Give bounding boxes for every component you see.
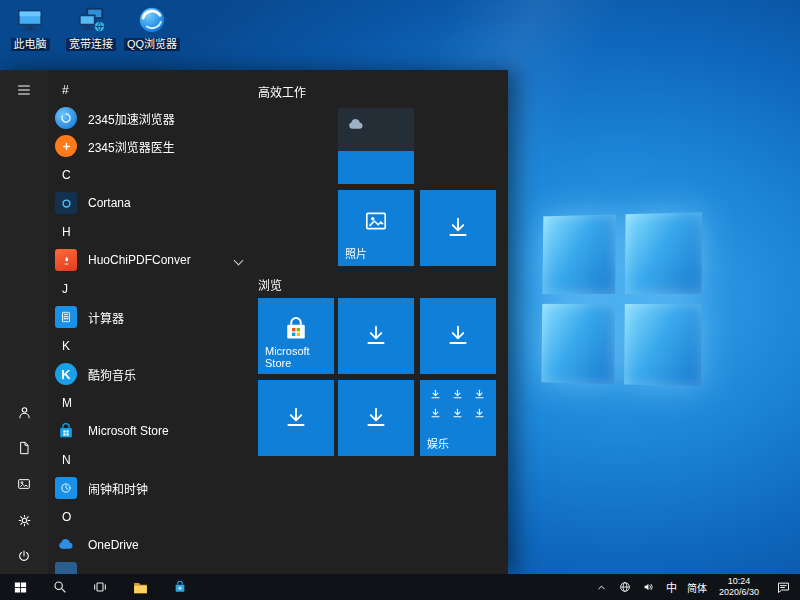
action-center-button[interactable] [766, 574, 800, 600]
hero-logo-pane [624, 304, 701, 386]
start-menu-app-list: # 2345加速浏览器 2345浏览器医生 C [48, 70, 258, 574]
pending-download-tile[interactable] [338, 298, 414, 374]
hidden-icons-button[interactable] [590, 574, 613, 600]
desktop-icon-broadband[interactable]: 宽带连接 [61, 4, 121, 51]
start-button[interactable] [0, 574, 40, 600]
app-item-alarms-clock[interactable]: 闹钟和时钟 [48, 474, 258, 502]
pending-download-tile[interactable] [258, 380, 334, 456]
document-icon [16, 440, 32, 456]
settings-button[interactable] [0, 502, 48, 538]
power-icon [16, 548, 32, 564]
desktop-icon-this-pc[interactable]: 此电脑 [0, 4, 60, 51]
2345-doctor-icon [53, 133, 79, 159]
date-label: 2020/6/30 [719, 587, 759, 598]
app-list-section-header[interactable]: N [48, 445, 258, 474]
entertainment-folder-tile[interactable]: 娱乐 [420, 380, 496, 456]
power-button[interactable] [0, 538, 48, 574]
expand-menu-button[interactable] [0, 70, 48, 110]
system-tray: 中 简体 10:24 2020/6/30 [590, 574, 800, 600]
qq-browser-icon [136, 4, 168, 36]
download-icon [420, 190, 496, 266]
tile-label: Microsoft Store [265, 345, 334, 369]
app-list-section-header[interactable]: H [48, 217, 258, 246]
language-button[interactable]: 简体 [682, 574, 712, 600]
app-list-section-header[interactable]: C [48, 160, 258, 189]
app-item-2345-doctor[interactable]: 2345浏览器医生 [48, 132, 258, 160]
download-icon [338, 298, 414, 374]
app-list-section-header[interactable]: # [48, 75, 258, 104]
download-icon [258, 380, 334, 456]
cloud-tile[interactable] [338, 108, 414, 184]
microsoft-store-icon [53, 418, 79, 444]
app-list-section-header[interactable]: K [48, 331, 258, 360]
tile-group-title-productivity[interactable]: 高效工作 [258, 83, 306, 100]
user-account-button[interactable] [0, 394, 48, 430]
app-item-partial[interactable] [48, 559, 258, 574]
cortana-icon [53, 190, 79, 216]
app-item-label: 酷狗音乐 [88, 366, 136, 383]
store-taskbar-button[interactable] [160, 574, 200, 600]
alarms-clock-icon [53, 475, 79, 501]
partial-app-icon [53, 560, 79, 574]
network-status-button[interactable] [613, 574, 637, 600]
app-item-kugou-music[interactable]: K 酷狗音乐 [48, 360, 258, 388]
section-letter: M [62, 396, 72, 410]
gear-icon [16, 512, 33, 529]
task-view-icon [92, 579, 108, 595]
app-item-label: 计算器 [88, 309, 124, 326]
download-icon [338, 380, 414, 456]
photos-tile[interactable]: 照片 [338, 190, 414, 266]
section-letter: J [62, 282, 68, 296]
pictures-button[interactable] [0, 466, 48, 502]
app-list-section-header[interactable]: O [48, 502, 258, 531]
volume-button[interactable] [637, 574, 661, 600]
speaker-icon [642, 580, 656, 594]
hero-logo-pane [542, 214, 615, 294]
pending-download-tile[interactable] [420, 190, 496, 266]
app-item-onedrive[interactable]: OneDrive [48, 531, 258, 559]
ime-mode-button[interactable]: 中 [661, 574, 682, 600]
windows-logo-icon [13, 580, 28, 595]
section-letter: H [62, 225, 71, 239]
app-list-section-header[interactable]: J [48, 274, 258, 303]
chevron-down-icon [234, 255, 244, 265]
chevron-up-icon [595, 581, 608, 594]
pending-download-tile[interactable] [420, 298, 496, 374]
language-label: 简体 [687, 580, 707, 595]
desktop-icon-qq-browser[interactable]: QQ浏览器 [122, 4, 182, 51]
download-icon [420, 298, 496, 374]
app-item-cortana[interactable]: Cortana [48, 189, 258, 217]
file-explorer-button[interactable] [120, 574, 160, 600]
start-menu-tiles: 高效工作 照片 浏览 [258, 70, 508, 574]
kugou-music-icon: K [53, 361, 79, 387]
documents-button[interactable] [0, 430, 48, 466]
search-icon [52, 579, 68, 595]
file-explorer-icon [132, 579, 149, 596]
calculator-icon [53, 304, 79, 330]
hero-logo-pane [541, 304, 615, 384]
app-item-label: Microsoft Store [88, 424, 169, 438]
app-item-calculator[interactable]: 计算器 [48, 303, 258, 331]
app-item-label: 2345浏览器医生 [88, 138, 175, 155]
task-view-button[interactable] [80, 574, 120, 600]
app-item-microsoft-store[interactable]: Microsoft Store [48, 417, 258, 445]
section-letter: C [62, 168, 71, 182]
taskbar: 中 简体 10:24 2020/6/30 [0, 574, 800, 600]
section-letter: N [62, 453, 71, 467]
pending-download-tile[interactable] [338, 380, 414, 456]
app-item-huochi-pdf[interactable]: HuoChiPDFConver [48, 246, 258, 274]
app-list-section-header[interactable]: M [48, 388, 258, 417]
network-globe-icon [618, 580, 632, 594]
microsoft-store-tile[interactable]: Microsoft Store [258, 298, 334, 374]
tile-label: 照片 [345, 245, 367, 261]
app-item-2345-browser[interactable]: 2345加速浏览器 [48, 104, 258, 132]
section-letter: K [62, 339, 70, 353]
hamburger-icon [16, 82, 32, 98]
tile-label: 娱乐 [427, 435, 449, 451]
action-center-icon [776, 580, 791, 595]
clock[interactable]: 10:24 2020/6/30 [712, 574, 766, 600]
desktop-icon-row: 此电脑 宽带连接 [0, 4, 182, 51]
desktop-icon-label: QQ浏览器 [124, 38, 180, 51]
search-button[interactable] [40, 574, 80, 600]
tile-group-title-browse[interactable]: 浏览 [258, 276, 282, 293]
